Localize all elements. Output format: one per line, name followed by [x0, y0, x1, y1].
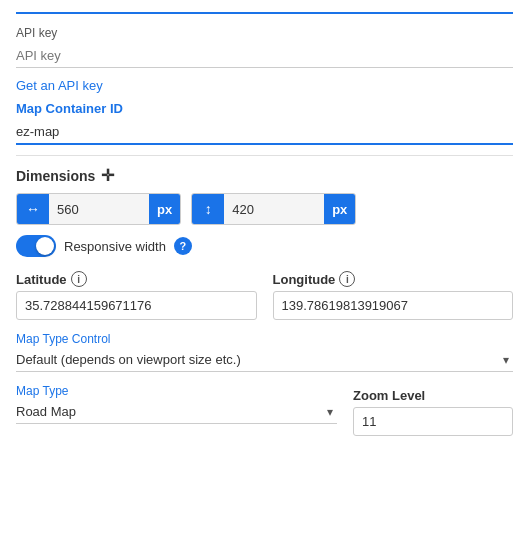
- map-type-control-select[interactable]: Default (depends on viewport size etc.) …: [16, 352, 513, 367]
- responsive-toggle[interactable]: [16, 235, 56, 257]
- zoom-level-input[interactable]: [353, 407, 513, 436]
- height-arrow-icon: ↕: [205, 201, 212, 217]
- zoom-level-label: Zoom Level: [353, 388, 513, 403]
- map-container-section: Map Container ID: [16, 101, 513, 145]
- longitude-input[interactable]: [273, 291, 514, 320]
- width-arrow-btn[interactable]: ↔: [17, 193, 49, 225]
- height-input[interactable]: [224, 193, 324, 225]
- map-type-select[interactable]: Road Map Satellite Terrain Hybrid: [16, 404, 337, 419]
- responsive-label: Responsive width: [64, 239, 166, 254]
- longitude-group: Longitude i: [273, 271, 514, 320]
- latitude-label: Latitude: [16, 272, 67, 287]
- latitude-input[interactable]: [16, 291, 257, 320]
- help-icon[interactable]: ?: [174, 237, 192, 255]
- latitude-info-icon[interactable]: i: [71, 271, 87, 287]
- width-arrow-icon: ↔: [26, 201, 40, 217]
- get-api-key-link[interactable]: Get an API key: [16, 78, 103, 93]
- toggle-track: [16, 235, 56, 257]
- coord-row: Latitude i Longitude i: [16, 271, 513, 320]
- toggle-thumb: [36, 237, 54, 255]
- height-group: ↕ px: [191, 193, 356, 225]
- api-key-input[interactable]: [16, 44, 513, 68]
- map-type-control-section: Map Type Control Default (depends on vie…: [16, 332, 513, 372]
- latitude-label-row: Latitude i: [16, 271, 257, 287]
- map-type-label: Map Type: [16, 384, 337, 398]
- map-type-wrapper: Road Map Satellite Terrain Hybrid ▾: [16, 400, 337, 424]
- dimensions-text: Dimensions: [16, 168, 95, 184]
- move-icon: ✛: [101, 166, 114, 185]
- longitude-info-icon[interactable]: i: [339, 271, 355, 287]
- zoom-level-section: Zoom Level: [353, 388, 513, 436]
- top-border: [16, 12, 513, 14]
- responsive-row: Responsive width ?: [16, 235, 513, 257]
- api-key-section: API key: [16, 26, 513, 68]
- map-type-control-label: Map Type Control: [16, 332, 513, 346]
- dimensions-label-row: Dimensions ✛: [16, 166, 513, 185]
- map-type-section: Map Type Road Map Satellite Terrain Hybr…: [16, 384, 337, 436]
- api-key-label: API key: [16, 26, 513, 40]
- height-unit: px: [324, 193, 355, 225]
- map-container-input[interactable]: [16, 120, 513, 145]
- width-input[interactable]: [49, 193, 149, 225]
- width-group: ↔ px: [16, 193, 181, 225]
- divider: [16, 155, 513, 156]
- map-type-control-wrapper: Default (depends on viewport size etc.) …: [16, 348, 513, 372]
- bottom-row: Map Type Road Map Satellite Terrain Hybr…: [16, 384, 513, 436]
- dimensions-row: ↔ px ↕ px: [16, 193, 513, 225]
- latitude-group: Latitude i: [16, 271, 257, 320]
- longitude-label-row: Longitude i: [273, 271, 514, 287]
- width-unit: px: [149, 193, 180, 225]
- longitude-label: Longitude: [273, 272, 336, 287]
- map-container-label: Map Container ID: [16, 101, 513, 116]
- height-arrow-btn[interactable]: ↕: [192, 193, 224, 225]
